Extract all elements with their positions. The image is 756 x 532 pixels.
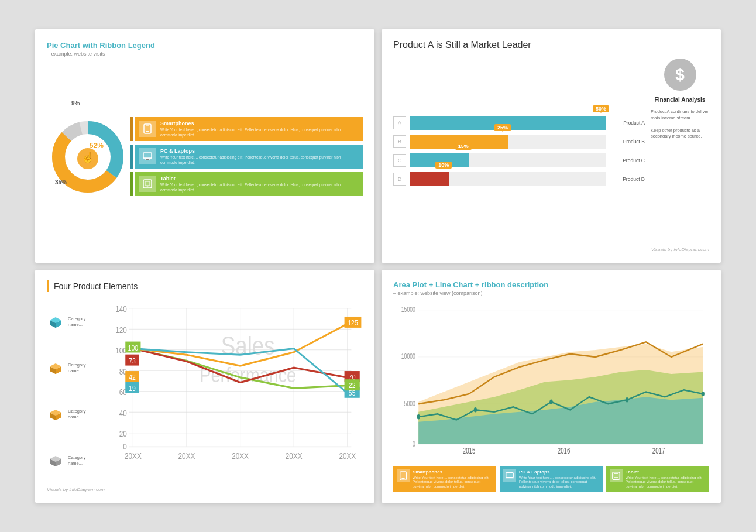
- svg-text:20XX: 20XX: [125, 451, 142, 460]
- ribbon-legend: Smartphones Write Your text here..., con…: [135, 63, 363, 251]
- ribbon-smartphones-title: Smartphones: [160, 121, 358, 126]
- svg-point-87: [626, 397, 628, 403]
- svg-text:100: 100: [128, 344, 138, 351]
- ribbon-laptops-title: PC & Laptops: [160, 148, 358, 154]
- cat-icon-1: [47, 313, 64, 331]
- svg-rect-92: [613, 472, 620, 479]
- legend-smartphones-text: Smartphones Write Your text here..., con…: [413, 469, 493, 489]
- legend-tablet-title: Tablet: [626, 469, 706, 475]
- cat-icon-3: [47, 406, 64, 423]
- cat-item-1: Categoryname...: [47, 313, 97, 331]
- legend-laptops: PC & Laptops Write Your text here..., co…: [500, 466, 603, 492]
- bar-pct-d: 10%: [435, 162, 452, 169]
- svg-text:15000: 15000: [401, 305, 415, 313]
- bar-chart: A 50% Product A B 25%: [393, 59, 645, 243]
- svg-rect-89: [400, 471, 407, 479]
- pct-label-52: 52%: [90, 142, 104, 150]
- cat-icon-4: [47, 452, 64, 469]
- svg-point-84: [417, 414, 420, 420]
- cat-item-2: Categoryname...: [47, 359, 97, 377]
- svg-rect-90: [401, 478, 404, 478]
- dollar-icon: $: [664, 59, 696, 91]
- ribbon-smartphones-text: Smartphones Write Your text here..., con…: [160, 121, 358, 138]
- legend-laptops-desc: Write Your text here..., consectetur adi…: [519, 476, 599, 489]
- bar-row-b: B 25% Product B: [393, 135, 645, 149]
- svg-text:20XX: 20XX: [178, 451, 195, 460]
- svg-point-86: [549, 399, 552, 404]
- svg-text:100: 100: [115, 346, 127, 355]
- slide3-accent: [47, 280, 49, 292]
- svg-point-88: [702, 391, 705, 396]
- ribbon-laptops-desc: Write Your text here..., consectetur adi…: [160, 155, 358, 165]
- slide2-title: Product A is Still a Market Leader: [393, 40, 709, 50]
- svg-text:20XX: 20XX: [339, 451, 356, 460]
- smartphone-icon: [139, 121, 156, 137]
- line-chart-area: 140 120 100 80 60 40 20 0 20XX 20XX 20XX…: [102, 299, 363, 484]
- bar-pct-c: 15%: [455, 143, 472, 150]
- svg-rect-7: [146, 131, 149, 132]
- slide2-content: A 50% Product A B 25%: [393, 59, 709, 243]
- slide-area-plot: Area Plot + Line Chart + ribbon descript…: [382, 270, 721, 503]
- line-chart-svg: 140 120 100 80 60 40 20 0 20XX 20XX 20XX…: [102, 299, 363, 484]
- svg-text:10000: 10000: [401, 352, 415, 360]
- main-canvas: Pie Chart with Ribbon Legend – example: …: [0, 0, 756, 532]
- slide-product-leader: Product A is Still a Market Leader A 50%…: [382, 29, 721, 263]
- tablet-icon: [139, 176, 156, 192]
- bar-product-d: Product D: [610, 176, 645, 182]
- svg-text:125: 125: [348, 319, 358, 327]
- cat-item-3: Categoryname...: [47, 406, 97, 423]
- legend-smartphones: Smartphones Write Your text here..., con…: [393, 466, 496, 492]
- svg-rect-93: [614, 473, 618, 477]
- laptop-icon: [139, 148, 156, 164]
- slide1-content: ☝ 9% 52% 35% Smartphones Write Your text: [47, 63, 363, 251]
- svg-rect-12: [147, 187, 149, 187]
- svg-point-85: [474, 407, 477, 413]
- legend-smartphone-icon: [397, 469, 410, 482]
- pct-label-9: 9%: [71, 100, 80, 107]
- area-chart-svg: 15000 10000 5000 0 2015 2016 2017: [393, 302, 709, 462]
- bar-outer-b: 25%: [410, 135, 606, 149]
- legend-tablet-icon: [610, 469, 623, 482]
- pie-labels: 9% 52% 35%: [47, 63, 129, 251]
- bar-row-d: D 10% Product D: [393, 172, 645, 186]
- cat-icon-2: [47, 359, 64, 377]
- svg-text:73: 73: [129, 356, 136, 364]
- svg-text:40: 40: [119, 408, 127, 417]
- svg-text:20: 20: [119, 428, 127, 438]
- slide-pie-chart: Pie Chart with Ribbon Legend – example: …: [35, 29, 374, 263]
- financial-title: Financial Analysis: [655, 97, 706, 103]
- svg-text:120: 120: [115, 325, 127, 334]
- legend-laptops-title: PC & Laptops: [519, 469, 599, 475]
- svg-text:20XX: 20XX: [232, 451, 249, 460]
- bar-letter-a: A: [393, 116, 406, 129]
- svg-text:42: 42: [129, 373, 136, 381]
- bar-product-c: Product C: [610, 157, 645, 163]
- pie-chart-area: ☝ 9% 52% 35%: [47, 63, 129, 251]
- svg-rect-11: [145, 181, 150, 186]
- svg-text:2016: 2016: [558, 445, 571, 456]
- svg-text:2015: 2015: [463, 445, 476, 456]
- ribbon-tablet: Tablet Write Your text here..., consecte…: [135, 172, 363, 196]
- legend-tablet: Tablet Write Your text here..., consecte…: [606, 466, 709, 492]
- ribbon-smartphones: Smartphones Write Your text here..., con…: [135, 117, 363, 141]
- svg-text:0: 0: [123, 442, 127, 451]
- svg-text:22: 22: [349, 382, 356, 389]
- svg-text:20XX: 20XX: [286, 451, 303, 460]
- svg-text:140: 140: [115, 304, 127, 314]
- slide1-title: Pie Chart with Ribbon Legend: [47, 41, 363, 50]
- financial-box: $ Financial Analysis Product A continues…: [651, 59, 709, 243]
- slide2-watermark: Visuals by infoDiagram.com: [393, 247, 709, 252]
- svg-rect-91: [506, 472, 513, 477]
- ribbon-laptops: PC & Laptops Write Your text here..., co…: [135, 145, 363, 169]
- svg-text:Sales: Sales: [221, 331, 275, 360]
- ribbon-smartphones-desc: Write Your text here..., consectetur adi…: [160, 128, 358, 138]
- categories-column: Categoryname... Categoryname...: [47, 299, 97, 484]
- ribbon-tablet-desc: Write Your text here..., consectetur adi…: [160, 183, 358, 193]
- bar-row-c: C 15% Product C: [393, 153, 645, 167]
- svg-text:5000: 5000: [404, 399, 415, 407]
- bar-pct-b: 25%: [494, 124, 511, 131]
- slide3-header: Four Product Elements: [47, 280, 363, 292]
- bar-fill-d: 10%: [410, 172, 449, 186]
- bar-row-a: A 50% Product A: [393, 116, 645, 130]
- cat-label-4: Categoryname...: [68, 455, 85, 466]
